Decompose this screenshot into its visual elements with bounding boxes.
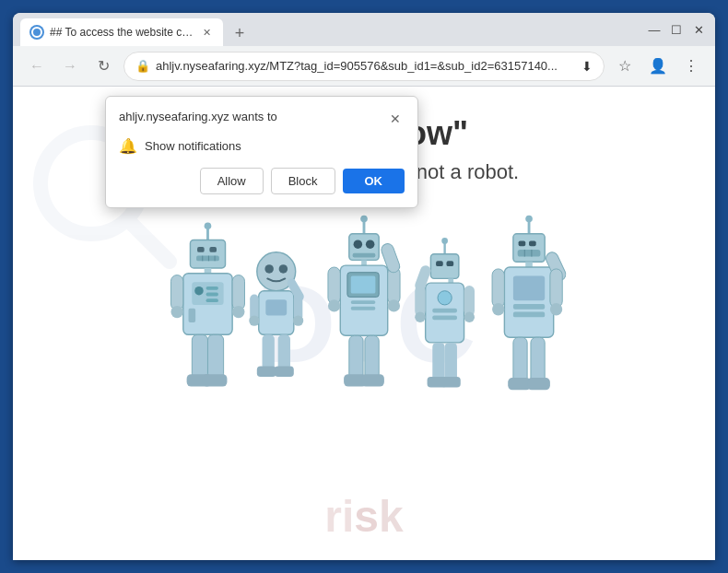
svg-rect-60	[349, 335, 363, 380]
svg-rect-61	[365, 335, 379, 380]
download-icon: ⬇	[581, 59, 593, 74]
tab-title: ## To access the website click th	[50, 26, 194, 39]
browser-tab[interactable]: ## To access the website click th ✕	[20, 18, 223, 46]
svg-rect-54	[351, 307, 376, 310]
close-button[interactable]: ✕	[689, 20, 708, 39]
svg-rect-26	[203, 374, 228, 386]
maximize-button[interactable]: ☐	[667, 20, 686, 39]
svg-rect-53	[351, 300, 376, 304]
bell-icon: 🔔	[119, 137, 137, 155]
svg-point-3	[205, 222, 212, 229]
svg-rect-93	[513, 276, 545, 301]
svg-rect-82	[441, 377, 461, 387]
svg-rect-41	[257, 367, 276, 377]
notification-popup: ahljv.nyseafaring.xyz wants to ✕ 🔔 Show …	[105, 96, 418, 208]
svg-rect-11	[205, 268, 212, 274]
svg-point-30	[264, 264, 274, 274]
svg-point-14	[194, 286, 204, 296]
tab-area: ## To access the website click th ✕ +	[20, 13, 634, 46]
address-bar: ← → ↻ 🔒 ahljv.nyseafaring.xyz/MTZ?tag_id…	[13, 46, 715, 87]
svg-rect-104	[527, 378, 550, 390]
svg-rect-23	[192, 334, 207, 379]
svg-rect-94	[513, 304, 545, 310]
svg-rect-101	[513, 337, 527, 383]
svg-point-71	[438, 291, 452, 305]
svg-point-22	[232, 306, 244, 318]
svg-rect-68	[447, 261, 454, 266]
refresh-button[interactable]: ↻	[90, 53, 116, 79]
svg-rect-24	[207, 334, 223, 379]
menu-button[interactable]: ⋮	[678, 53, 704, 79]
svg-point-58	[388, 299, 400, 311]
new-tab-button[interactable]: +	[227, 20, 252, 46]
svg-point-84	[525, 216, 533, 223]
svg-point-77	[415, 312, 425, 322]
back-button[interactable]: ←	[24, 53, 50, 79]
block-button[interactable]: Block	[271, 168, 335, 194]
url-text: ahljv.nyseafaring.xyz/MTZ?tag_id=905576&…	[156, 59, 576, 73]
svg-rect-52	[351, 276, 376, 294]
browser-window: ## To access the website click th ✕ + — …	[13, 13, 715, 560]
tab-close-button[interactable]: ✕	[199, 25, 214, 40]
svg-rect-4	[190, 240, 225, 267]
robots-illustration	[143, 212, 585, 396]
svg-point-37	[249, 315, 259, 325]
svg-rect-79	[432, 343, 444, 381]
profile-button[interactable]: 👤	[645, 53, 671, 79]
svg-rect-85	[513, 234, 545, 262]
svg-rect-33	[265, 299, 287, 315]
svg-rect-15	[206, 286, 218, 290]
svg-point-21	[170, 306, 182, 318]
minimize-button[interactable]: —	[645, 20, 663, 39]
tab-favicon	[29, 25, 44, 40]
allow-button[interactable]: Allow	[200, 168, 264, 194]
popup-close-button[interactable]: ✕	[386, 110, 405, 128]
popup-notification-row: 🔔 Show notifications	[119, 137, 405, 155]
ok-button[interactable]: OK	[343, 169, 405, 193]
svg-point-100	[550, 303, 562, 315]
svg-point-78	[464, 312, 475, 322]
svg-point-46	[354, 240, 363, 249]
svg-rect-55	[328, 267, 340, 304]
svg-rect-96	[492, 269, 504, 308]
svg-point-47	[366, 240, 375, 249]
forward-button[interactable]: →	[57, 53, 83, 79]
popup-header: ahljv.nyseafaring.xyz wants to ✕	[119, 110, 405, 128]
svg-rect-16	[206, 293, 218, 297]
svg-rect-6	[209, 247, 217, 252]
window-controls: — ☐ ✕	[645, 20, 708, 39]
svg-rect-49	[361, 260, 367, 265]
robots-svg	[143, 212, 585, 396]
svg-rect-102	[531, 337, 545, 383]
svg-rect-48	[353, 253, 376, 258]
svg-rect-86	[519, 240, 526, 246]
popup-title: ahljv.nyseafaring.xyz wants to	[119, 110, 277, 123]
svg-rect-40	[278, 334, 290, 369]
svg-rect-39	[263, 334, 275, 369]
title-bar: ## To access the website click th ✕ + — …	[13, 13, 715, 46]
svg-rect-42	[275, 367, 294, 377]
svg-rect-7	[196, 256, 219, 262]
url-bar[interactable]: 🔒 ahljv.nyseafaring.xyz/MTZ?tag_id=90557…	[123, 52, 605, 81]
svg-rect-66	[430, 254, 458, 279]
risk-watermark: risk	[324, 491, 403, 542]
svg-rect-5	[197, 247, 205, 252]
svg-rect-17	[206, 298, 218, 302]
svg-rect-87	[529, 240, 536, 246]
page-content: DTC ahljv.nyseafaring.xyz wants to ✕ 🔔 S…	[13, 87, 715, 560]
svg-point-57	[328, 299, 340, 311]
svg-point-38	[293, 315, 303, 325]
svg-rect-18	[189, 309, 196, 322]
svg-rect-19	[170, 275, 182, 310]
svg-point-31	[279, 264, 288, 274]
bookmark-button[interactable]: ☆	[612, 53, 638, 79]
notification-label: Show notifications	[145, 139, 241, 153]
svg-rect-88	[518, 250, 541, 257]
svg-rect-76	[464, 286, 475, 316]
svg-rect-95	[513, 312, 545, 318]
svg-rect-67	[436, 261, 443, 266]
svg-point-65	[441, 238, 448, 244]
svg-point-99	[492, 303, 504, 315]
svg-rect-98	[550, 269, 562, 308]
svg-rect-80	[445, 343, 457, 381]
